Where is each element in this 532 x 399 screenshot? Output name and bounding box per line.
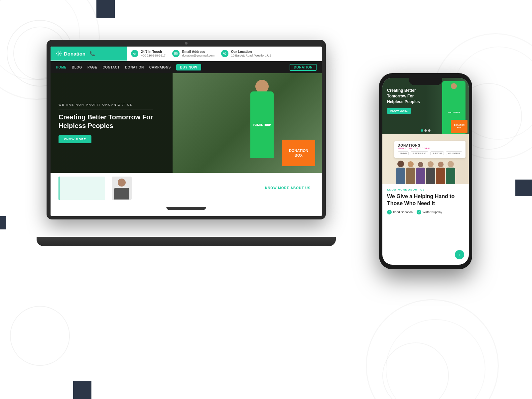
site-hero: VOLUNTEER DONATIONBOX WE ARE NON-PROFIT … [51, 73, 322, 173]
contact-location: Our Location 10 Bartlett Road, Westford,… [221, 50, 271, 57]
person-6 [446, 161, 455, 184]
hero-content: WE ARE NON-PROFIT ORGANIZATION Creating … [59, 103, 153, 143]
phone-donation-box: DONATIONBOX [451, 120, 467, 133]
phone-text: 24/7 In Touch +00 210-588-3617 [141, 50, 166, 57]
logo-text: Donation [64, 51, 85, 57]
deco-ring-3 [10, 306, 70, 366]
nav-donation[interactable]: DONATION [125, 66, 144, 69]
contact-phone: 24/7 In Touch +00 210-588-3617 [131, 50, 166, 57]
email-text: Email Address donation@yourmail.com [182, 50, 214, 57]
phone-circle-icon [131, 50, 138, 57]
food-label: Food Donation [393, 210, 413, 214]
water-label: Water Supplay [423, 210, 442, 214]
phone-hero-title: Creating Better Tomorrow For Helpless Pe… [387, 88, 430, 104]
svg-point-1 [224, 53, 225, 54]
laptop-frame: Donation 📞 24/7 In T [47, 40, 326, 219]
phone-about-title: We Give a Helping Hand to Those Who Need… [387, 193, 464, 207]
phone-screen: Creating Better Tomorrow For Helpless Pe… [382, 78, 469, 265]
person-3 [416, 162, 425, 184]
person-5 [436, 162, 445, 184]
phone-hero-cta[interactable]: KNOW MORE [387, 108, 411, 114]
site-logo-area: Donation 📞 [51, 47, 127, 61]
bg-square-bottom [73, 381, 91, 399]
bg-ring-br-outer [366, 299, 499, 399]
know-more-link[interactable]: KNOW MORE ABOUT US [265, 186, 311, 190]
phone-features: ✓ Food Donation ✓ Water Supplay [387, 210, 464, 214]
phone-donations-section: DONATIONS SPREAD YOUR LOVE TO OTHERS GIV… [382, 134, 469, 184]
bg-square-left [0, 216, 6, 229]
sign-tags: GIVING FUNDRAISING SUPPORT VOLUNTEER [398, 151, 462, 155]
site-contact-bar: 24/7 In Touch +00 210-588-3617 [127, 47, 322, 61]
nav-donation-outline-btn[interactable]: DONATION [290, 64, 317, 71]
footer-green-box [59, 177, 105, 200]
phone-know-more-label: KNOW MORE ABOUT US [387, 188, 464, 191]
laptop-notch [166, 207, 206, 210]
feature-food: ✓ Food Donation [387, 210, 413, 214]
location-text: Our Location 10 Bartlett Road, Westford,… [231, 50, 271, 57]
sign-title: DONATIONS [398, 144, 462, 147]
person-1 [396, 161, 405, 184]
nav-home[interactable]: HOME [56, 66, 66, 69]
hero-title-line2: Helpless Peoples [59, 122, 113, 129]
donations-sign-overlay: DONATIONS SPREAD YOUR LOVE TO OTHERS GIV… [394, 141, 466, 158]
bg-ring-br-inner [386, 319, 485, 399]
tag-fundraising: FUNDRAISING [411, 151, 428, 155]
deco-ring-5 [382, 342, 449, 399]
phone-hero: Creating Better Tomorrow For Helpless Pe… [382, 78, 469, 134]
tag-volunteer: VOLUNTEER [446, 151, 462, 155]
nav-page[interactable]: PAGE [87, 66, 97, 69]
laptop-base [37, 237, 336, 246]
gear-icon [56, 51, 62, 57]
nav-buy-now-btn[interactable]: BUY NOW [176, 64, 201, 70]
bg-square-right [515, 180, 532, 196]
phone-device: Creating Better Tomorrow For Helpless Pe… [379, 73, 472, 279]
phone-frame: Creating Better Tomorrow For Helpless Pe… [379, 73, 472, 269]
dot-3 [428, 129, 431, 132]
phone-icon: 📞 [89, 51, 95, 56]
phone-hero-dots [421, 129, 431, 132]
nav-campaigns[interactable]: CAMPAIGNS [149, 66, 171, 69]
site-logo: Donation [56, 51, 85, 57]
footer-person-card [112, 177, 132, 200]
donation-box: DONATIONBOX [282, 140, 315, 166]
volunteer-label: VOLUNTEER [251, 123, 273, 126]
bg-square-top [96, 0, 115, 18]
water-check-icon: ✓ [417, 210, 421, 214]
volunteer-shirt: VOLUNTEER [250, 91, 274, 158]
nav-contact[interactable]: CONTACT [103, 66, 120, 69]
site-top-bar: Donation 📞 24/7 In T [51, 47, 322, 61]
dot-2 [425, 129, 427, 132]
contact-email: Email Address donation@yourmail.com [172, 50, 214, 57]
site-navbar: HOME BLOG PAGE CONTACT DONATION CAMPAIGN… [51, 61, 322, 73]
laptop-device: Donation 📞 24/7 In T [47, 40, 326, 246]
tag-giving: GIVING [398, 151, 409, 155]
feature-water: ✓ Water Supplay [417, 210, 442, 214]
volunteer-figure: VOLUNTEER [245, 73, 275, 173]
person-4 [426, 161, 435, 184]
phone-notch [409, 78, 442, 85]
donation-box-label: DONATIONBOX [289, 148, 308, 158]
location-circle-icon [221, 50, 228, 57]
scroll-top-btn[interactable]: ↑ [455, 250, 464, 259]
svg-point-0 [58, 53, 60, 55]
dot-1 [421, 129, 423, 132]
sign-subtitle: SPREAD YOUR LOVE TO OTHERS [398, 147, 462, 149]
hero-title: Creating Better Tomorrow For Helpless Pe… [59, 113, 153, 130]
tag-support: SUPPORT [430, 151, 444, 155]
person-2 [406, 161, 415, 184]
hero-title-line1: Creating Better Tomorrow For [59, 113, 153, 121]
laptop-camera [185, 42, 188, 45]
laptop-screen: Donation 📞 24/7 In T [51, 47, 322, 216]
email-circle-icon [172, 50, 180, 57]
phone-about-section: KNOW MORE ABOUT US We Give a Helping Han… [382, 184, 469, 217]
hero-cta-btn[interactable]: KNOW MORE [59, 135, 91, 143]
food-check-icon: ✓ [387, 210, 392, 214]
site-footer-strip: KNOW MORE ABOUT US [51, 173, 322, 203]
nav-blog[interactable]: BLOG [72, 66, 82, 69]
hero-subtitle: WE ARE NON-PROFIT ORGANIZATION [59, 103, 153, 109]
